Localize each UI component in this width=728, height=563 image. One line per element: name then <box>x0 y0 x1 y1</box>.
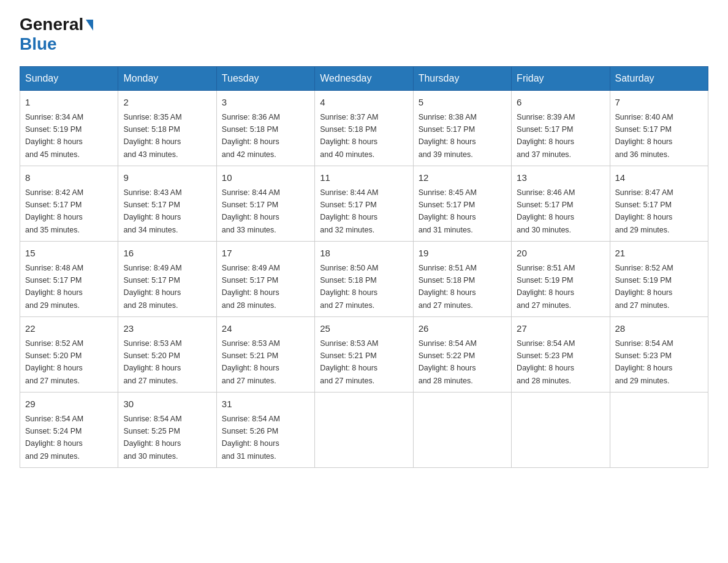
calendar-cell <box>512 393 610 468</box>
day-info: Sunrise: 8:49 AMSunset: 5:17 PMDaylight:… <box>222 264 280 310</box>
weekday-header-wednesday: Wednesday <box>315 67 413 91</box>
calendar-cell: 4 Sunrise: 8:37 AMSunset: 5:18 PMDayligh… <box>315 91 413 166</box>
day-number: 21 <box>615 247 703 261</box>
day-info: Sunrise: 8:49 AMSunset: 5:17 PMDaylight:… <box>123 264 181 310</box>
day-number: 3 <box>222 96 309 110</box>
day-number: 15 <box>25 247 113 261</box>
day-number: 31 <box>222 397 309 412</box>
day-info: Sunrise: 8:44 AMSunset: 5:17 PMDaylight:… <box>222 188 280 234</box>
day-number: 9 <box>123 171 211 185</box>
calendar-cell: 18 Sunrise: 8:50 AMSunset: 5:18 PMDaylig… <box>315 242 413 317</box>
day-info: Sunrise: 8:43 AMSunset: 5:17 PMDaylight:… <box>123 188 181 234</box>
calendar-table: SundayMondayTuesdayWednesdayThursdayFrid… <box>20 66 708 468</box>
day-info: Sunrise: 8:47 AMSunset: 5:17 PMDaylight:… <box>615 188 673 234</box>
day-number: 20 <box>517 247 604 261</box>
calendar-cell: 6 Sunrise: 8:39 AMSunset: 5:17 PMDayligh… <box>512 91 610 166</box>
day-number: 2 <box>123 96 211 110</box>
calendar-cell: 16 Sunrise: 8:49 AMSunset: 5:17 PMDaylig… <box>118 242 216 317</box>
calendar-cell: 19 Sunrise: 8:51 AMSunset: 5:18 PMDaylig… <box>413 242 511 317</box>
day-number: 23 <box>123 322 211 336</box>
weekday-header-tuesday: Tuesday <box>216 67 314 91</box>
calendar-cell: 28 Sunrise: 8:54 AMSunset: 5:23 PMDaylig… <box>610 317 708 393</box>
calendar-cell: 5 Sunrise: 8:38 AMSunset: 5:17 PMDayligh… <box>413 91 511 166</box>
day-number: 5 <box>419 96 506 110</box>
day-info: Sunrise: 8:54 AMSunset: 5:26 PMDaylight:… <box>222 415 280 461</box>
calendar-cell: 29 Sunrise: 8:54 AMSunset: 5:24 PMDaylig… <box>20 393 118 468</box>
day-info: Sunrise: 8:52 AMSunset: 5:19 PMDaylight:… <box>615 264 673 310</box>
weekday-header-monday: Monday <box>118 67 216 91</box>
calendar-cell: 3 Sunrise: 8:36 AMSunset: 5:18 PMDayligh… <box>216 91 314 166</box>
logo-blue-text: Blue <box>20 34 57 54</box>
day-number: 24 <box>222 322 309 336</box>
calendar-cell: 20 Sunrise: 8:51 AMSunset: 5:19 PMDaylig… <box>512 242 610 317</box>
page-header: General Blue <box>20 15 708 54</box>
day-number: 13 <box>517 171 604 185</box>
day-info: Sunrise: 8:44 AMSunset: 5:17 PMDaylight:… <box>320 188 378 234</box>
calendar-cell: 25 Sunrise: 8:53 AMSunset: 5:21 PMDaylig… <box>315 317 413 393</box>
calendar-cell: 24 Sunrise: 8:53 AMSunset: 5:21 PMDaylig… <box>216 317 314 393</box>
logo: General Blue <box>20 15 93 54</box>
calendar-cell <box>413 393 511 468</box>
day-info: Sunrise: 8:42 AMSunset: 5:17 PMDaylight:… <box>25 188 83 234</box>
day-info: Sunrise: 8:54 AMSunset: 5:23 PMDaylight:… <box>615 339 673 385</box>
calendar-cell: 22 Sunrise: 8:52 AMSunset: 5:20 PMDaylig… <box>20 317 118 393</box>
calendar-cell: 2 Sunrise: 8:35 AMSunset: 5:18 PMDayligh… <box>118 91 216 166</box>
weekday-header-friday: Friday <box>512 67 610 91</box>
day-number: 26 <box>419 322 506 336</box>
logo-general-text: General <box>20 15 83 34</box>
day-info: Sunrise: 8:51 AMSunset: 5:18 PMDaylight:… <box>419 264 477 310</box>
day-number: 30 <box>123 397 211 412</box>
calendar-cell: 7 Sunrise: 8:40 AMSunset: 5:17 PMDayligh… <box>610 91 708 166</box>
day-info: Sunrise: 8:53 AMSunset: 5:21 PMDaylight:… <box>320 339 378 385</box>
day-number: 25 <box>320 322 408 336</box>
day-info: Sunrise: 8:54 AMSunset: 5:24 PMDaylight:… <box>25 415 83 461</box>
calendar-cell: 8 Sunrise: 8:42 AMSunset: 5:17 PMDayligh… <box>20 166 118 242</box>
day-info: Sunrise: 8:54 AMSunset: 5:22 PMDaylight:… <box>419 339 477 385</box>
calendar-header-row: SundayMondayTuesdayWednesdayThursdayFrid… <box>20 67 708 91</box>
day-number: 4 <box>320 96 408 110</box>
calendar-cell: 23 Sunrise: 8:53 AMSunset: 5:20 PMDaylig… <box>118 317 216 393</box>
day-number: 27 <box>517 322 604 336</box>
calendar-cell <box>610 393 708 468</box>
day-info: Sunrise: 8:46 AMSunset: 5:17 PMDaylight:… <box>517 188 575 234</box>
day-info: Sunrise: 8:45 AMSunset: 5:17 PMDaylight:… <box>419 188 477 234</box>
day-info: Sunrise: 8:52 AMSunset: 5:20 PMDaylight:… <box>25 339 83 385</box>
calendar-cell: 10 Sunrise: 8:44 AMSunset: 5:17 PMDaylig… <box>216 166 314 242</box>
day-number: 19 <box>419 247 506 261</box>
calendar-cell: 15 Sunrise: 8:48 AMSunset: 5:17 PMDaylig… <box>20 242 118 317</box>
day-number: 10 <box>222 171 309 185</box>
calendar-cell <box>315 393 413 468</box>
calendar-cell: 11 Sunrise: 8:44 AMSunset: 5:17 PMDaylig… <box>315 166 413 242</box>
day-info: Sunrise: 8:34 AMSunset: 5:19 PMDaylight:… <box>25 113 83 159</box>
calendar-week-row: 22 Sunrise: 8:52 AMSunset: 5:20 PMDaylig… <box>20 317 708 393</box>
day-number: 14 <box>615 171 703 185</box>
day-info: Sunrise: 8:53 AMSunset: 5:20 PMDaylight:… <box>123 339 181 385</box>
day-info: Sunrise: 8:54 AMSunset: 5:25 PMDaylight:… <box>123 415 181 461</box>
day-number: 7 <box>615 96 703 110</box>
calendar-cell: 17 Sunrise: 8:49 AMSunset: 5:17 PMDaylig… <box>216 242 314 317</box>
day-number: 12 <box>419 171 506 185</box>
day-number: 11 <box>320 171 408 185</box>
calendar-cell: 14 Sunrise: 8:47 AMSunset: 5:17 PMDaylig… <box>610 166 708 242</box>
day-info: Sunrise: 8:38 AMSunset: 5:17 PMDaylight:… <box>419 113 477 159</box>
calendar-cell: 31 Sunrise: 8:54 AMSunset: 5:26 PMDaylig… <box>216 393 314 468</box>
calendar-cell: 12 Sunrise: 8:45 AMSunset: 5:17 PMDaylig… <box>413 166 511 242</box>
day-info: Sunrise: 8:53 AMSunset: 5:21 PMDaylight:… <box>222 339 280 385</box>
weekday-header-saturday: Saturday <box>610 67 708 91</box>
day-info: Sunrise: 8:54 AMSunset: 5:23 PMDaylight:… <box>517 339 575 385</box>
day-info: Sunrise: 8:48 AMSunset: 5:17 PMDaylight:… <box>25 264 83 310</box>
day-info: Sunrise: 8:51 AMSunset: 5:19 PMDaylight:… <box>517 264 575 310</box>
day-info: Sunrise: 8:39 AMSunset: 5:17 PMDaylight:… <box>517 113 575 159</box>
day-info: Sunrise: 8:37 AMSunset: 5:18 PMDaylight:… <box>320 113 378 159</box>
day-number: 18 <box>320 247 408 261</box>
calendar-cell: 27 Sunrise: 8:54 AMSunset: 5:23 PMDaylig… <box>512 317 610 393</box>
weekday-header-sunday: Sunday <box>20 67 118 91</box>
calendar-cell: 30 Sunrise: 8:54 AMSunset: 5:25 PMDaylig… <box>118 393 216 468</box>
logo-triangle-icon <box>86 20 93 31</box>
calendar-cell: 21 Sunrise: 8:52 AMSunset: 5:19 PMDaylig… <box>610 242 708 317</box>
day-number: 22 <box>25 322 113 336</box>
day-number: 8 <box>25 171 113 185</box>
day-number: 29 <box>25 397 113 412</box>
calendar-week-row: 1 Sunrise: 8:34 AMSunset: 5:19 PMDayligh… <box>20 91 708 166</box>
day-number: 1 <box>25 96 113 110</box>
